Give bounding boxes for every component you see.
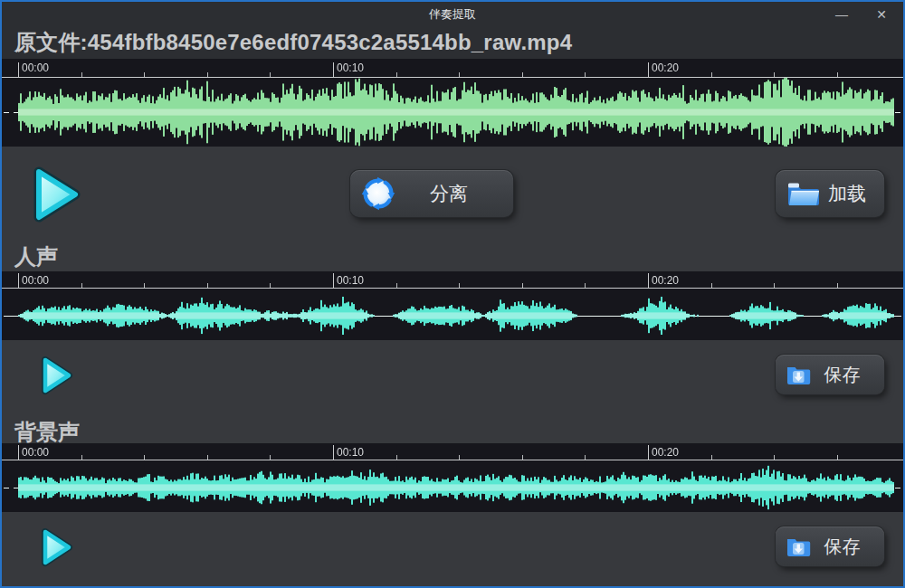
waveform-panel-original: 00:0000:1000:20	[2, 59, 903, 147]
timeline-label: 00:00	[22, 274, 49, 287]
timeline-label: 00:10	[337, 274, 364, 287]
source-file-header: 原文件:454fbfb8450e7e6edf07453c2a5514bb_raw…	[2, 26, 903, 59]
save-background-button-label: 保存	[811, 535, 873, 559]
waveform-panel-vocal: 00:0000:1000:20	[2, 271, 903, 340]
source-file-label: 原文件:454fbfb8450e7e6edf07453c2a5514bb_raw…	[14, 28, 572, 57]
save-to-folder-icon	[786, 365, 811, 385]
timeline-label: 00:10	[337, 446, 364, 459]
vocal-section-title: 人声	[14, 242, 58, 271]
minimize-button[interactable]: —	[825, 2, 858, 26]
timeline-label: 00:00	[22, 446, 49, 459]
timeline-label: 00:20	[652, 62, 679, 74]
play-button-original[interactable]	[29, 166, 83, 223]
close-icon: ✕	[876, 7, 887, 22]
timeline-label: 00:00	[22, 62, 49, 74]
waveform-vocal[interactable]	[2, 271, 903, 340]
play-button-vocal[interactable]	[38, 355, 74, 396]
close-button[interactable]: ✕	[865, 2, 898, 26]
waveform-background[interactable]	[2, 443, 903, 512]
timeline-label: 00:20	[652, 446, 679, 459]
load-button-label: 加载	[821, 181, 873, 206]
play-button-background[interactable]	[38, 526, 74, 568]
save-to-folder-icon	[786, 536, 811, 557]
save-vocal-button-label: 保存	[811, 363, 873, 387]
play-triangle-icon	[38, 355, 74, 396]
controls-row-background: 保存	[2, 512, 903, 586]
waveform-panel-background: 00:0000:1000:20	[2, 443, 903, 512]
save-background-button[interactable]: 保存	[776, 526, 884, 566]
minimize-icon: —	[835, 7, 848, 22]
window-title: 伴奏提取	[2, 2, 903, 26]
open-folder-icon	[786, 180, 821, 208]
sync-arrows-icon	[361, 176, 395, 211]
waveform-original[interactable]	[2, 59, 903, 147]
separate-button[interactable]: 分离	[350, 170, 513, 217]
timeline-label: 00:10	[337, 62, 364, 74]
play-triangle-icon	[29, 166, 83, 223]
controls-row-vocal: 保存	[2, 340, 903, 418]
load-button[interactable]: 加载	[776, 170, 884, 217]
controls-row-original: 分离 加载	[2, 147, 903, 242]
titlebar[interactable]: 伴奏提取 — ✕	[2, 2, 903, 26]
play-triangle-icon	[38, 526, 74, 568]
separate-button-label: 分离	[395, 181, 502, 206]
save-vocal-button[interactable]: 保存	[776, 355, 884, 394]
timeline-label: 00:20	[652, 274, 679, 287]
accompaniment-extractor-window: 伴奏提取 — ✕ 原文件:454fbfb8450e7e6edf07453c2a5…	[0, 0, 905, 588]
